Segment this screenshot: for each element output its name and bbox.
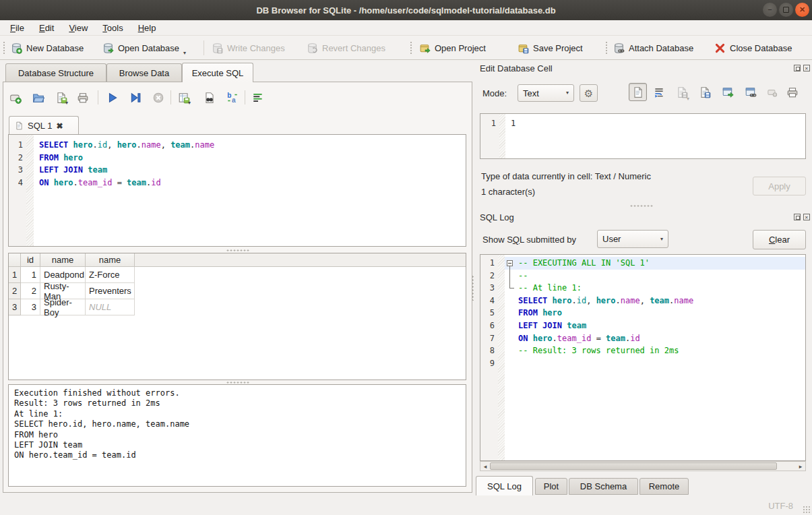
sql-document-tab[interactable]: SQL 1 ✖: [9, 116, 79, 135]
export-results-button[interactable]: ▾: [176, 90, 192, 106]
resize-grip[interactable]: [803, 506, 811, 514]
sql-tab-label: SQL 1: [28, 121, 52, 131]
vertical-splitter-handle[interactable]: [471, 275, 474, 301]
open-in-app-icon[interactable]: [745, 86, 757, 98]
print-sql-button[interactable]: [75, 90, 91, 106]
table-row[interactable]: 3 3 Spider-Boy NULL: [9, 299, 466, 315]
cell-size-text: 1 character(s): [481, 187, 535, 197]
column-header-id[interactable]: id: [21, 253, 40, 266]
gear-icon: ⚙: [584, 88, 593, 98]
cell-value-editor[interactable]: 1 1: [480, 113, 806, 159]
tab-db-schema[interactable]: DB Schema: [569, 478, 638, 495]
cell-editor-content[interactable]: 1: [505, 114, 805, 158]
execution-output-pane[interactable]: Execution finished without errors. Resul…: [8, 384, 466, 487]
apply-format-button[interactable]: ⚙: [580, 84, 598, 102]
menu-view[interactable]: View: [61, 22, 95, 34]
open-sql-file-button[interactable]: [30, 90, 46, 106]
text-mode-button[interactable]: [629, 83, 647, 101]
window-title: DB Browser for SQLite - /home/user/code/…: [256, 5, 555, 16]
scroll-left-icon[interactable]: ◂: [480, 462, 490, 471]
dock-close-icon[interactable]: ✕: [803, 65, 810, 71]
export-cell-icon[interactable]: [722, 86, 734, 98]
log-line: ON hero.team_id = team.id: [518, 332, 805, 345]
revert-changes-button: Revert Changes: [307, 39, 385, 57]
menu-help[interactable]: Help: [131, 22, 164, 34]
log-fold-column: [505, 255, 516, 460]
cell-team-null[interactable]: NULL: [86, 299, 135, 315]
menu-tools[interactable]: Tools: [95, 22, 130, 34]
mode-combo[interactable]: Text ▾: [518, 84, 574, 102]
open-project-button[interactable]: Open Project: [419, 39, 486, 57]
save-project-button[interactable]: Save Project: [518, 39, 583, 57]
save-sql-file-button[interactable]: ▾: [53, 90, 69, 106]
open-database-button[interactable]: Open Database ▾: [102, 39, 186, 57]
dock-float-icon[interactable]: [794, 65, 801, 71]
tab-remote[interactable]: Remote: [639, 478, 689, 495]
open-database-caret-icon[interactable]: ▾: [183, 51, 186, 56]
log-filter-combo[interactable]: User ▾: [597, 230, 668, 248]
editor-code-area[interactable]: SELECT hero.id, hero.name, team.name FRO…: [34, 135, 466, 246]
toolbar-drag-handle[interactable]: [605, 41, 608, 55]
close-database-button[interactable]: Close Database: [714, 39, 792, 57]
cell-id[interactable]: 3: [21, 299, 40, 315]
cell-id[interactable]: 1: [21, 267, 40, 283]
splitter-handle[interactable]: [226, 249, 250, 252]
find-button[interactable]: [201, 90, 218, 106]
execute-all-button[interactable]: [104, 90, 121, 106]
toolbar-separator: [245, 90, 245, 104]
cell-name[interactable]: Spider-Boy: [40, 299, 86, 315]
tab-sql-log[interactable]: SQL Log: [476, 476, 533, 495]
print-cell-icon[interactable]: [786, 86, 799, 98]
corner-header-cell[interactable]: [9, 253, 21, 266]
results-grid[interactable]: id name name 1 1 Deadpond Z-Force 2 2 Ru…: [8, 253, 466, 380]
attach-database-button[interactable]: Attach Database: [613, 39, 693, 57]
tab-database-structure[interactable]: Database Structure: [5, 63, 106, 82]
new-database-button[interactable]: New Database: [11, 39, 84, 57]
tab-plot[interactable]: Plot: [535, 478, 567, 495]
word-wrap-icon[interactable]: [653, 86, 665, 98]
open-sql-file-icon: [32, 92, 44, 104]
import-cell-icon[interactable]: [699, 86, 711, 98]
new-sql-tab-button[interactable]: [7, 90, 24, 106]
cell-team[interactable]: Z-Force: [86, 267, 135, 283]
save-sql-caret-icon[interactable]: ▾: [65, 100, 68, 106]
tab-browse-data[interactable]: Browse Data: [106, 63, 182, 82]
export-caret-icon[interactable]: ▾: [188, 100, 191, 106]
toolbar-drag-handle[interactable]: [410, 41, 413, 55]
dock-close-icon[interactable]: ✕: [803, 214, 810, 220]
encoding-status: UTF-8: [768, 501, 793, 511]
set-null-icon[interactable]: [766, 86, 778, 98]
chevron-down-icon: ▾: [660, 237, 663, 242]
log-line: FROM hero: [518, 307, 805, 320]
cell-editor-margin: [499, 114, 505, 158]
fold-collapse-icon[interactable]: [507, 260, 513, 266]
toolbar-drag-handle[interactable]: [3, 41, 6, 55]
titlebar[interactable]: DB Browser for SQLite - /home/user/code/…: [0, 0, 812, 20]
execute-line-button[interactable]: [127, 90, 144, 106]
log-code-area[interactable]: -- EXECUTING ALL IN 'SQL 1' -- -- At lin…: [516, 255, 805, 460]
dock-splitter-handle[interactable]: [629, 204, 654, 208]
chevron-down-icon: ▾: [566, 90, 569, 96]
sql-tab-close-icon[interactable]: ✖: [56, 122, 63, 130]
write-changes-button: Write Changes: [212, 39, 285, 57]
maximize-button[interactable]: [779, 3, 793, 17]
menu-edit[interactable]: Edit: [32, 22, 61, 34]
tab-execute-sql[interactable]: Execute SQL: [182, 63, 253, 82]
close-button[interactable]: ✕: [795, 3, 809, 17]
scroll-right-icon[interactable]: ▸: [796, 462, 805, 471]
log-horizontal-scrollbar[interactable]: ◂ ▸: [480, 461, 806, 471]
menu-file[interactable]: File: [3, 22, 32, 34]
sql-editor[interactable]: 1 2 3 4 SELECT hero.id, hero.name, team.…: [8, 134, 466, 247]
cell-team[interactable]: Preventers: [86, 283, 135, 299]
scrollbar-thumb[interactable]: [490, 462, 777, 470]
minimize-button[interactable]: −: [763, 3, 777, 17]
format-sql-button[interactable]: [250, 90, 266, 106]
dock-float-icon[interactable]: [794, 214, 801, 220]
find-replace-button[interactable]: [224, 90, 241, 106]
column-header-name[interactable]: name: [40, 253, 86, 266]
cell-id[interactable]: 2: [21, 283, 40, 299]
column-header-name2[interactable]: name: [86, 253, 135, 266]
clear-log-button[interactable]: Clear: [753, 230, 806, 249]
sql-log-editor[interactable]: 1 2 3 4 5 6 7 8 9 -- EXECUTING ALL IN 'S…: [480, 254, 806, 461]
editor-fold-margin: [26, 135, 34, 246]
